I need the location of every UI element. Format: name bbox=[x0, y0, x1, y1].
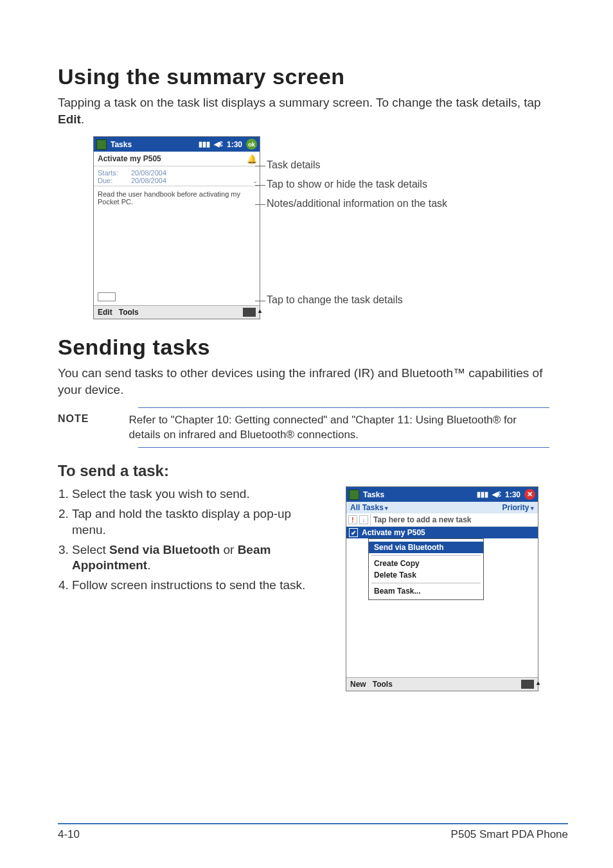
footer-page-num: 4-10 bbox=[58, 828, 80, 841]
selected-task-name: Activate my P505 bbox=[362, 528, 425, 537]
titlebar: Tasks ▮▮▮ ◀€ 1:30 ok bbox=[94, 137, 260, 152]
step-3: Select Send via Bluetooth or Beam Appoin… bbox=[72, 542, 328, 574]
heading-send-task: To send a task: bbox=[58, 462, 568, 480]
notes-text: Read the user handbook before activating… bbox=[98, 190, 256, 206]
start-icon-b[interactable] bbox=[349, 490, 359, 500]
step-4: Follow screen instructions to send the t… bbox=[72, 578, 328, 594]
app-title-b: Tasks bbox=[363, 490, 384, 499]
menu-send-bluetooth[interactable]: Send via Bluetooth bbox=[369, 542, 483, 553]
figure-summary: Tasks ▮▮▮ ◀€ 1:30 ok Activate my P505 🔔 … bbox=[93, 136, 568, 319]
task-list-area bbox=[346, 600, 538, 677]
titlebar-b: Tasks ▮▮▮ ◀€ 1:30 ✕ bbox=[346, 487, 538, 502]
pda-summary-window: Tasks ▮▮▮ ◀€ 1:30 ok Activate my P505 🔔 … bbox=[93, 136, 260, 319]
task-checkbox[interactable]: ✔ bbox=[349, 528, 358, 537]
clock-b: 1:30 bbox=[505, 490, 520, 499]
starts-label: Starts: bbox=[98, 169, 125, 177]
filter-priority[interactable]: Priority bbox=[502, 503, 534, 512]
summary-intro-text: Tapping a task on the task list displays… bbox=[58, 96, 541, 109]
due-col-icon: ↓ bbox=[359, 515, 368, 524]
sound-icon-b: ◀€ bbox=[492, 490, 501, 499]
heading-summary: Using the summary screen bbox=[58, 64, 568, 89]
callout-task-details: Task details bbox=[267, 159, 447, 171]
page-footer: 4-10 P505 Smart PDA Phone bbox=[58, 823, 568, 841]
signal-icon: ▮▮▮ bbox=[199, 140, 210, 148]
bottom-bar-b: New Tools bbox=[346, 677, 538, 691]
note-label: NOTE bbox=[58, 413, 110, 425]
task-title-row: Activate my P505 🔔 bbox=[94, 152, 260, 166]
context-menu: Send via Bluetooth Create Copy Delete Ta… bbox=[368, 538, 484, 600]
app-title: Tasks bbox=[111, 140, 132, 149]
notes-block: Read the user handbook before activating… bbox=[94, 186, 260, 305]
signal-icon-b: ▮▮▮ bbox=[477, 490, 488, 499]
step-3-b1: Send via Bluetooth bbox=[109, 543, 220, 556]
expand-handle[interactable]: ⌄ bbox=[253, 177, 258, 184]
callout-change: Tap to change the task details bbox=[267, 294, 447, 306]
add-task-hint[interactable]: Tap here to add a new task bbox=[370, 514, 474, 526]
filter-bar: All Tasks Priority bbox=[346, 502, 538, 513]
starts-value: 20/08/2004 bbox=[131, 169, 166, 177]
menu-beam-task[interactable]: Beam Task... bbox=[369, 585, 483, 597]
pda-send-window: Tasks ▮▮▮ ◀€ 1:30 ✕ All Tasks Priority !… bbox=[346, 486, 538, 691]
footer-doc-title: P505 Smart PDA Phone bbox=[451, 828, 568, 841]
summary-intro-edit: Edit bbox=[58, 112, 81, 126]
bottom-bar: Edit Tools bbox=[94, 305, 260, 319]
heading-sending: Sending tasks bbox=[58, 335, 568, 360]
details-block: Starts: 20/08/2004 Due: 20/08/2004 ⌄ bbox=[94, 166, 260, 186]
summary-intro-post: . bbox=[81, 112, 84, 126]
filter-all-tasks[interactable]: All Tasks bbox=[350, 503, 388, 512]
start-icon[interactable] bbox=[96, 139, 107, 150]
step-1: Select the task you wish to send. bbox=[72, 486, 328, 502]
keyboard-icon-b[interactable] bbox=[521, 680, 534, 689]
add-task-row[interactable]: ! ↓ Tap here to add a new task bbox=[346, 513, 538, 527]
send-row: Select the task you wish to send. Tap an… bbox=[58, 486, 568, 691]
callout-show-hide: Tap to show or hide the task details bbox=[267, 179, 447, 190]
menu-delete-task[interactable]: Delete Task bbox=[369, 569, 483, 581]
menu-tools[interactable]: Tools bbox=[119, 308, 139, 317]
task-title: Activate my P505 bbox=[98, 154, 161, 163]
menu-edit[interactable]: Edit bbox=[98, 308, 112, 317]
step-3-pre: Select bbox=[72, 543, 109, 556]
priority-col-icon: ! bbox=[348, 515, 357, 524]
note-text: Refer to "Chapter 10: Getting connected"… bbox=[129, 413, 546, 443]
step-3-mid: or bbox=[220, 543, 237, 556]
close-button[interactable]: ✕ bbox=[524, 489, 535, 500]
mini-input[interactable] bbox=[98, 292, 116, 301]
reminder-icon: 🔔 bbox=[247, 154, 256, 163]
step-3-post: . bbox=[147, 558, 150, 572]
sound-icon: ◀€ bbox=[214, 140, 223, 148]
callout-notes: Notes/additional information on the task bbox=[267, 198, 447, 209]
due-value: 20/08/2004 bbox=[131, 177, 166, 184]
due-label: Due: bbox=[98, 177, 125, 184]
clock: 1:30 bbox=[227, 140, 242, 149]
step-2: Tap and hold the taskto display a pop-up… bbox=[72, 506, 328, 538]
selected-task-row[interactable]: ✔ Activate my P505 bbox=[346, 527, 538, 538]
steps: Select the task you wish to send. Tap an… bbox=[58, 486, 328, 597]
callouts: Task details Tap to show or hide the tas… bbox=[267, 136, 447, 314]
note-block: NOTE Refer to "Chapter 10: Getting conne… bbox=[138, 407, 549, 448]
menu-new[interactable]: New bbox=[350, 680, 366, 689]
keyboard-icon[interactable] bbox=[243, 308, 256, 317]
sending-intro: You can send tasks to other devices usin… bbox=[58, 365, 568, 398]
summary-intro: Tapping a task on the task list displays… bbox=[58, 94, 568, 127]
menu-tools-b[interactable]: Tools bbox=[373, 680, 393, 689]
ok-button[interactable]: ok bbox=[246, 139, 257, 150]
menu-create-copy[interactable]: Create Copy bbox=[369, 558, 483, 569]
